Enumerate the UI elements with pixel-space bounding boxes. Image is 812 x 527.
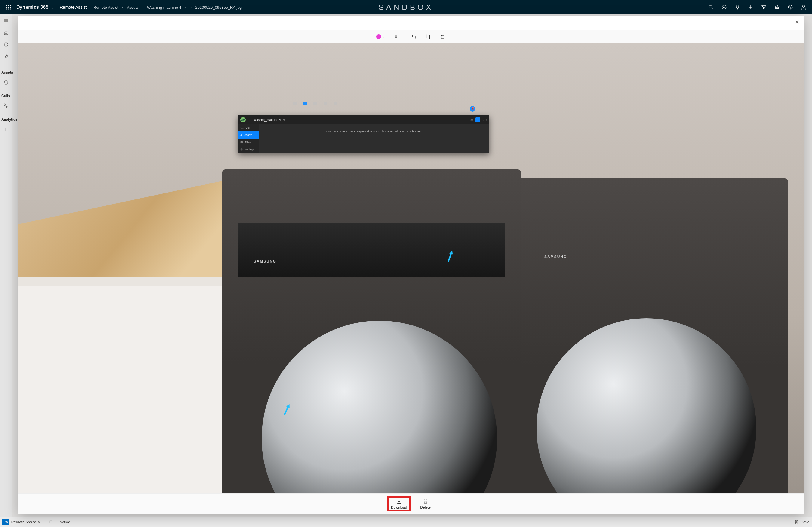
search-icon[interactable] [704, 0, 717, 14]
chevron-down-icon: ⌄ [382, 35, 385, 38]
svg-point-1 [8, 5, 9, 6]
chevron-right-icon: › [486, 118, 487, 122]
breadcrumb-sep [184, 5, 187, 10]
svg-point-3 [6, 6, 7, 8]
brand-label: SAMSUNG [254, 259, 276, 264]
svg-point-11 [722, 5, 726, 9]
product-switcher[interactable]: Dynamics 365 ⌄ [15, 4, 55, 10]
svg-rect-24 [441, 36, 444, 39]
breadcrumb-item[interactable]: Assets [127, 5, 139, 10]
ar-icon [323, 102, 327, 105]
ar-nav-call: 📞Call [238, 124, 259, 131]
image-viewer-footer: Download Delete [18, 493, 803, 514]
svg-point-5 [10, 6, 11, 8]
ar-icon [293, 102, 296, 105]
ar-icon [303, 102, 307, 105]
ar-nav-files: ▦Files [238, 139, 259, 146]
ar-icon [314, 102, 317, 105]
svg-point-6 [6, 9, 7, 9]
breadcrumb-sep [121, 5, 124, 10]
asset-image: SAMSUNG SAMSUNG 📌 AM ← Washing_machine 4… [18, 43, 803, 493]
environment-label: SANDBOX [378, 3, 433, 12]
download-button[interactable]: Download [388, 497, 410, 511]
breadcrumb-item[interactable]: 20200929_095355_RA.jpg [195, 5, 242, 10]
ar-nav-assets: ◈Assets [238, 131, 259, 139]
help-icon[interactable] [784, 0, 797, 14]
gear-icon[interactable] [770, 0, 784, 14]
svg-marker-14 [762, 6, 766, 9]
plus-icon[interactable] [744, 0, 757, 14]
ink-tool[interactable]: ⌄ [392, 33, 403, 41]
app-launcher-icon[interactable] [2, 0, 15, 14]
user-icon[interactable] [797, 0, 810, 14]
ar-nav: 📞Call ◈Assets ▦Files ⚙Settings [238, 124, 259, 153]
lightbulb-icon[interactable] [731, 0, 744, 14]
svg-point-8 [10, 9, 11, 9]
filter-icon[interactable] [757, 0, 770, 14]
ar-title: Washing_machine 4 [253, 118, 280, 122]
ar-floating-icons [293, 102, 337, 105]
ar-nav-settings: ⚙Settings [238, 146, 259, 153]
annotation-toolbar: ⌄ ⌄ [18, 30, 803, 43]
rotate-button[interactable] [439, 33, 447, 41]
download-label: Download [391, 505, 407, 510]
video-icon: ▭ [470, 118, 473, 122]
edit-icon: ✎ [283, 118, 285, 122]
delete-button[interactable]: Delete [417, 497, 434, 511]
breadcrumb-item[interactable]: Washing machine 4 [147, 5, 182, 10]
breadcrumb: Remote Assist Assets Washing machine 4 2… [91, 5, 242, 10]
chevron-left-icon: ‹ [483, 118, 483, 122]
topbar-actions [704, 0, 810, 14]
svg-line-10 [712, 8, 713, 9]
delete-label: Delete [420, 505, 431, 510]
back-arrow-icon: ← [248, 118, 251, 122]
ar-content-text: Use the buttons above to capture videos … [259, 124, 489, 153]
svg-point-18 [803, 5, 805, 7]
close-icon[interactable]: ✕ [792, 17, 802, 27]
avatar: AM [240, 117, 246, 123]
crop-button[interactable] [424, 33, 432, 41]
undo-button[interactable] [410, 33, 418, 41]
svg-point-2 [10, 5, 11, 6]
svg-point-15 [777, 6, 778, 8]
brand-label: SAMSUNG [544, 255, 567, 259]
breadcrumb-item[interactable]: Remote Assist [93, 5, 118, 10]
breadcrumb-sep [190, 5, 192, 10]
app-name-label: Remote Assist [55, 5, 91, 10]
color-dot-icon [376, 34, 381, 39]
ar-icon [334, 102, 337, 105]
ar-overlay-card: AM ← Washing_machine 4 ✎ ▭ ‹ › 📞Call ◈As… [238, 115, 489, 153]
svg-point-9 [709, 5, 712, 8]
breadcrumb-sep [142, 5, 144, 10]
chevron-down-icon: ⌄ [400, 35, 402, 38]
task-check-icon[interactable] [717, 0, 731, 14]
svg-point-7 [8, 9, 9, 9]
image-viewer-modal: ✕ ⌄ ⌄ SAMSUNG SA [18, 16, 803, 514]
svg-point-0 [6, 5, 7, 6]
color-picker[interactable]: ⌄ [375, 33, 386, 40]
photo-content: SAMSUNG SAMSUNG 📌 AM ← Washing_machine 4… [18, 43, 803, 493]
chevron-down-icon: ⌄ [51, 5, 54, 9]
global-topbar: Dynamics 365 ⌄ Remote Assist Remote Assi… [0, 0, 812, 14]
svg-point-4 [8, 6, 9, 8]
grid-icon [476, 117, 480, 122]
product-label: Dynamics 365 [16, 4, 48, 10]
